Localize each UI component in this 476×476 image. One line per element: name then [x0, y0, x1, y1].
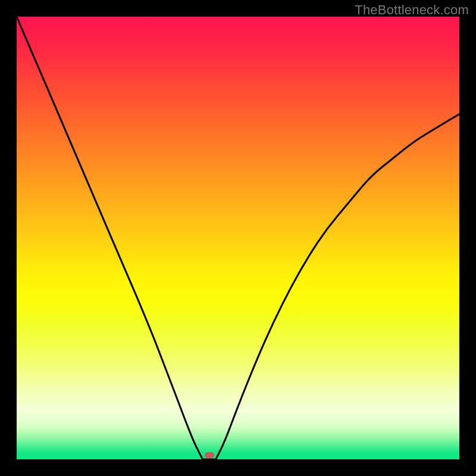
chart-frame: TheBottleneck.com — [0, 0, 476, 476]
plot-area — [17, 17, 459, 459]
bottleneck-curve — [17, 17, 459, 459]
curve-svg — [17, 17, 459, 459]
watermark-text: TheBottleneck.com — [355, 2, 469, 18]
minimum-marker — [205, 452, 214, 458]
